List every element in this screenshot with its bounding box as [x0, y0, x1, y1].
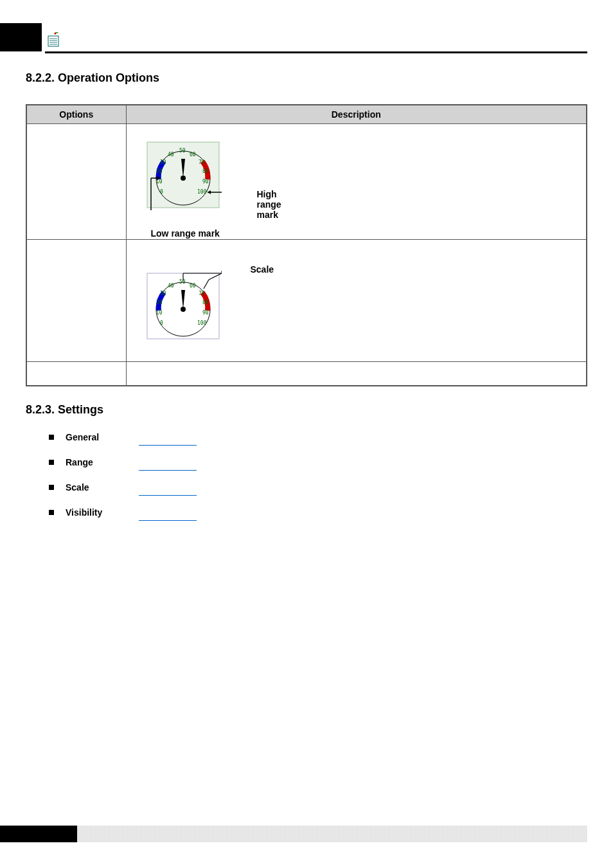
- svg-text:0: 0: [160, 189, 163, 195]
- settings-item-scale: Scale: [66, 482, 89, 493]
- list-item: Scale: [49, 482, 587, 493]
- svg-text:80: 80: [202, 168, 209, 174]
- description-cell-scale: 0 10 20 30 40 50 60 70 80 90 100: [126, 240, 587, 362]
- high-range-mark-label: High range mark: [257, 189, 281, 220]
- svg-text:40: 40: [168, 283, 174, 289]
- section-number: 8.2.3.: [26, 403, 55, 416]
- options-cell: [26, 240, 126, 362]
- section-title: Operation Options: [58, 71, 159, 84]
- description-cell-empty: [126, 362, 587, 386]
- link-underline[interactable]: [139, 495, 197, 496]
- link-underline[interactable]: [139, 470, 197, 471]
- svg-rect-0: [48, 36, 58, 46]
- svg-text:30: 30: [160, 159, 166, 165]
- header-accent-box: [0, 23, 42, 51]
- svg-text:100: 100: [197, 320, 207, 326]
- svg-text:70: 70: [199, 291, 205, 296]
- section-title: Settings: [58, 403, 103, 416]
- page-header: [0, 23, 613, 51]
- low-range-mark-label: Low range mark: [151, 228, 220, 239]
- svg-text:20: 20: [156, 168, 163, 174]
- list-item: Range: [49, 457, 587, 467]
- bullet-icon: [49, 485, 54, 490]
- svg-text:80: 80: [202, 300, 209, 305]
- table-row: 0 10 20 30 40 50 60 70 80 90 100: [26, 124, 587, 240]
- svg-text:40: 40: [168, 152, 174, 158]
- svg-text:60: 60: [190, 283, 196, 289]
- options-cell: [26, 124, 126, 240]
- svg-point-5: [55, 33, 57, 35]
- settings-item-range: Range: [66, 457, 93, 467]
- svg-text:30: 30: [160, 291, 166, 296]
- table-header-description: Description: [126, 105, 587, 124]
- bullet-icon: [49, 435, 54, 440]
- settings-list: General Range Scale Visibility: [49, 432, 587, 521]
- svg-text:20: 20: [156, 300, 163, 305]
- svg-text:50: 50: [179, 279, 186, 285]
- footer-texture-bar: [77, 826, 587, 842]
- section-number: 8.2.2.: [26, 71, 55, 84]
- section-heading-settings: 8.2.3. Settings: [26, 403, 587, 417]
- table-row: 0 10 20 30 40 50 60 70 80 90 100: [26, 240, 587, 362]
- bullet-icon: [49, 510, 54, 515]
- scale-label: Scale: [251, 264, 274, 275]
- svg-text:90: 90: [202, 179, 209, 185]
- svg-text:100: 100: [197, 189, 207, 195]
- list-item: Visibility: [49, 507, 587, 518]
- svg-text:90: 90: [202, 310, 209, 316]
- settings-item-general: General: [66, 432, 99, 442]
- svg-text:0: 0: [160, 320, 163, 326]
- header-divider: [45, 51, 587, 53]
- link-underline[interactable]: [139, 520, 197, 521]
- svg-text:60: 60: [190, 152, 196, 158]
- link-underline[interactable]: [139, 445, 197, 446]
- svg-point-21: [181, 176, 186, 181]
- page-footer: [0, 826, 613, 842]
- options-table: Options Description: [26, 104, 587, 386]
- tool-document-icon: [47, 32, 61, 50]
- table-header-options: Options: [26, 105, 126, 124]
- description-cell-range-marks: 0 10 20 30 40 50 60 70 80 90 100: [126, 124, 587, 240]
- section-heading-operation-options: 8.2.2. Operation Options: [26, 71, 587, 85]
- svg-point-40: [181, 307, 186, 312]
- table-row: [26, 362, 587, 386]
- svg-text:10: 10: [156, 310, 163, 316]
- gauge-scale-icon: 0 10 20 30 40 50 60 70 80 90 100: [145, 271, 222, 341]
- svg-text:70: 70: [199, 159, 205, 165]
- list-item: General: [49, 432, 587, 442]
- footer-accent-box: [0, 826, 77, 842]
- bullet-icon: [49, 460, 54, 465]
- gauge-range-icon: 0 10 20 30 40 50 60 70 80 90 100: [145, 140, 222, 210]
- options-cell-empty: [26, 362, 126, 386]
- settings-item-visibility: Visibility: [66, 507, 102, 518]
- svg-text:50: 50: [179, 148, 186, 154]
